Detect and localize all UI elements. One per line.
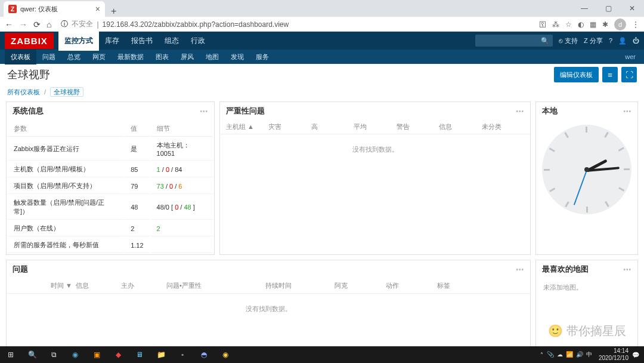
widget-clock: 本地••• bbox=[535, 101, 638, 255]
zabbix-favicon: Z bbox=[8, 5, 17, 13]
user-icon[interactable]: 👤 bbox=[618, 37, 627, 45]
ext1-icon[interactable]: ◐ bbox=[578, 20, 584, 29]
translate-icon[interactable]: ⁂ bbox=[552, 20, 559, 29]
current-user[interactable]: wer bbox=[625, 53, 639, 60]
col-header: 警告 bbox=[397, 122, 439, 131]
logout-icon[interactable]: ⏻ bbox=[633, 37, 639, 44]
analog-clock bbox=[542, 125, 631, 214]
app-icon[interactable]: ◆ bbox=[107, 346, 129, 363]
task-view-button[interactable]: ⧉ bbox=[43, 346, 64, 363]
windows-taskbar: ⊞ 🔍 ⧉ ◉ ▣ ◆ 🖥 📁 ▪ ◓ ◉ ˄ 📎☁📶🔊中 14:14 2020… bbox=[0, 346, 644, 363]
list-button[interactable]: ≡ bbox=[602, 67, 618, 82]
terminal-icon[interactable]: ▪ bbox=[172, 346, 193, 363]
help-icon[interactable]: ? bbox=[609, 37, 612, 44]
new-tab-button[interactable]: + bbox=[105, 6, 122, 17]
key-icon[interactable]: ⚿ bbox=[539, 20, 546, 29]
menu-icon[interactable]: ⋮ bbox=[632, 20, 639, 29]
share-link[interactable]: Z 分享 bbox=[584, 36, 603, 45]
widget-menu-icon[interactable]: ••• bbox=[623, 108, 631, 115]
app-icon[interactable]: ◓ bbox=[193, 346, 215, 363]
browser-tab[interactable]: Z qwer: 仪表板 × bbox=[4, 1, 105, 17]
tray-icon[interactable]: 中 bbox=[586, 351, 592, 358]
table-row: 触发器数量（启用/禁用[问题/正常]）4848/0 [ 0 / 48 ] bbox=[8, 195, 213, 220]
breadcrumb-all-dashboards[interactable]: 所有仪表板 bbox=[7, 88, 40, 96]
notifications-icon[interactable]: 💬 bbox=[632, 352, 639, 358]
no-data-text: 没有找到数据。 bbox=[7, 294, 530, 324]
ext3-icon[interactable]: ✱ bbox=[602, 20, 608, 29]
col-header: 灾害 bbox=[268, 122, 311, 131]
search-button[interactable]: 🔍 bbox=[21, 346, 43, 363]
support-link[interactable]: ⎋ 支持 bbox=[559, 36, 578, 45]
url-box[interactable]: ⓘ 不安全 | 192.168.43.202/zabbix/zabbix.php… bbox=[57, 18, 533, 31]
sub-nav-item[interactable]: 服务 bbox=[250, 50, 275, 64]
url-text: 192.168.43.202/zabbix/zabbix.php?action=… bbox=[103, 20, 289, 29]
start-button[interactable]: ⊞ bbox=[0, 346, 21, 363]
avatar[interactable]: d bbox=[614, 19, 626, 30]
monitor-icon[interactable]: 🖥 bbox=[129, 346, 150, 363]
sub-nav-item[interactable]: 发现 bbox=[225, 50, 250, 64]
sub-nav-item[interactable]: 屏风 bbox=[175, 50, 200, 64]
main-nav-item[interactable]: 库存 bbox=[99, 31, 125, 51]
tray-icon[interactable]: 📎 bbox=[547, 351, 554, 358]
toolbar-icons: ⚿ ⁂ ☆ ◐ ▦ ✱ d ⋮ bbox=[539, 19, 639, 30]
folder-icon[interactable]: 📁 bbox=[150, 346, 172, 363]
main-nav-item[interactable]: 监控方式 bbox=[58, 31, 99, 51]
widget-menu-icon[interactable]: ••• bbox=[516, 266, 524, 273]
widget-menu-icon[interactable]: ••• bbox=[516, 108, 524, 115]
second-hand bbox=[574, 170, 587, 205]
tray-icon[interactable]: 🔊 bbox=[576, 351, 583, 358]
widget-title: 问题 bbox=[13, 264, 28, 275]
table-row: 用户数（在线）22 bbox=[8, 221, 213, 236]
col-header[interactable]: 阿克 bbox=[335, 281, 382, 290]
col-header[interactable]: 动作 bbox=[386, 281, 434, 290]
sub-nav-item[interactable]: 总览 bbox=[61, 50, 86, 64]
sub-nav-item[interactable]: 最新数据 bbox=[112, 50, 150, 64]
sub-nav-item[interactable]: 仪表板 bbox=[5, 50, 36, 64]
ext2-icon[interactable]: ▦ bbox=[590, 20, 596, 29]
col-header[interactable]: 信息 bbox=[76, 281, 117, 290]
sub-nav-item[interactable]: 网页 bbox=[86, 50, 112, 64]
sub-nav-item[interactable]: 地图 bbox=[200, 50, 225, 64]
maximize-button[interactable]: ▢ bbox=[596, 0, 620, 17]
back-button[interactable]: ← bbox=[5, 20, 13, 29]
search-input[interactable]: 🔍 bbox=[475, 35, 553, 47]
close-icon[interactable]: × bbox=[95, 4, 100, 14]
col-header[interactable]: 持续时间 bbox=[265, 281, 331, 290]
no-data-text: 没有找到数据。 bbox=[220, 134, 530, 165]
edge-icon[interactable]: ◉ bbox=[64, 346, 86, 363]
tray-icon[interactable]: 📶 bbox=[566, 351, 573, 358]
col-header[interactable]: 主办 bbox=[121, 281, 163, 290]
browser-chrome: Z qwer: 仪表板 × + — ▢ ✕ ← → ⟳ ⌂ ⓘ 不安全 | 19… bbox=[0, 0, 644, 32]
col-header[interactable]: 问题•严重性 bbox=[166, 281, 262, 290]
col-header[interactable]: 时间 ▼ bbox=[13, 281, 72, 290]
sub-nav-item[interactable]: 问题 bbox=[36, 50, 61, 64]
widget-menu-icon[interactable]: ••• bbox=[200, 108, 208, 115]
search-icon: 🔍 bbox=[541, 37, 549, 45]
main-nav-item[interactable]: 行政 bbox=[185, 31, 211, 51]
col-header: 平均 bbox=[354, 122, 396, 131]
main-nav-item[interactable]: 组态 bbox=[159, 31, 185, 51]
tray-icon[interactable]: ☁ bbox=[557, 351, 563, 358]
chevron-up-icon[interactable]: ˄ bbox=[540, 352, 543, 358]
table-row: Zabbix服务器正在运行是本地主机：10051 bbox=[8, 138, 213, 161]
forward-button[interactable]: → bbox=[19, 20, 27, 29]
close-window-button[interactable]: ✕ bbox=[620, 0, 644, 17]
sub-nav-item[interactable]: 图表 bbox=[150, 50, 175, 64]
edit-dashboard-button[interactable]: 编辑仪表板 bbox=[554, 67, 599, 82]
star-icon[interactable]: ☆ bbox=[565, 20, 572, 29]
col-header[interactable]: 标签 bbox=[437, 281, 473, 290]
system-tray: ˄ 📎☁📶🔊中 14:14 2020/12/10 💬 bbox=[535, 347, 644, 362]
reload-button[interactable]: ⟳ bbox=[33, 20, 41, 29]
chrome-icon[interactable]: ◉ bbox=[215, 346, 236, 363]
clock[interactable]: 14:14 2020/12/10 bbox=[599, 347, 628, 362]
widget-menu-icon[interactable]: ••• bbox=[623, 266, 631, 273]
zabbix-logo[interactable]: ZABBIX bbox=[5, 33, 54, 49]
minimize-button[interactable]: — bbox=[572, 0, 596, 17]
col-header: 细节 bbox=[151, 121, 213, 137]
home-button[interactable]: ⌂ bbox=[47, 20, 51, 29]
app-header: ZABBIX 监控方式库存报告书组态行政 🔍 ⎋ 支持 Z 分享 ? 👤 ⏻ bbox=[0, 32, 644, 50]
fullscreen-button[interactable]: ⛶ bbox=[621, 67, 637, 82]
breadcrumb-current: 全球视野 bbox=[50, 87, 83, 97]
vm-icon[interactable]: ▣ bbox=[86, 346, 107, 363]
main-nav-item[interactable]: 报告书 bbox=[125, 31, 159, 51]
